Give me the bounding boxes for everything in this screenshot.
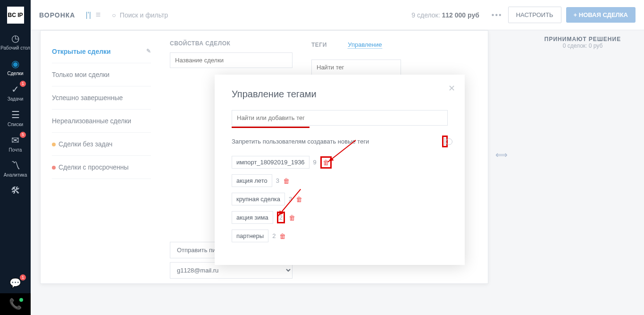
tag-count: 2 xyxy=(272,232,276,239)
annotation-underline xyxy=(232,127,309,128)
tag-row: крупная сделка3🗑 xyxy=(232,193,448,205)
tag-name[interactable]: партнеры xyxy=(232,230,268,242)
trash-icon[interactable]: 🗑 xyxy=(279,232,286,240)
tag-name[interactable]: акция лето xyxy=(232,174,272,187)
annotation-box xyxy=(442,136,448,147)
trash-icon[interactable]: 🗑 xyxy=(283,177,290,185)
tag-row: партнеры2🗑 xyxy=(232,230,448,242)
tag-count: 9 xyxy=(313,159,317,166)
tag-name[interactable]: импорт_18092019_1936 xyxy=(232,156,309,169)
tag-row: акция зима2🗑 xyxy=(232,211,448,224)
restrict-toggle[interactable] xyxy=(444,137,445,145)
modal-title: Управление тегами xyxy=(232,89,448,100)
trash-icon[interactable]: 🗑 xyxy=(296,196,302,203)
tag-name[interactable]: акция зима xyxy=(232,211,273,224)
tag-add-input[interactable] xyxy=(232,110,448,126)
tag-row: импорт_18092019_19369🗑 xyxy=(232,156,448,169)
restrict-label: Запретить пользователям создавать новые … xyxy=(232,138,369,145)
tag-name[interactable]: крупная сделка xyxy=(232,193,285,205)
overlay: ✕ Управление тегами Запретить пользовате… xyxy=(0,0,644,315)
trash-icon[interactable]: 🗑 xyxy=(289,214,295,221)
close-icon[interactable]: ✕ xyxy=(448,83,455,94)
tag-count: 3 xyxy=(276,177,279,184)
tag-row: акция лето3🗑 xyxy=(232,174,448,187)
tag-manage-modal: ✕ Управление тегами Запретить пользовате… xyxy=(215,75,465,265)
